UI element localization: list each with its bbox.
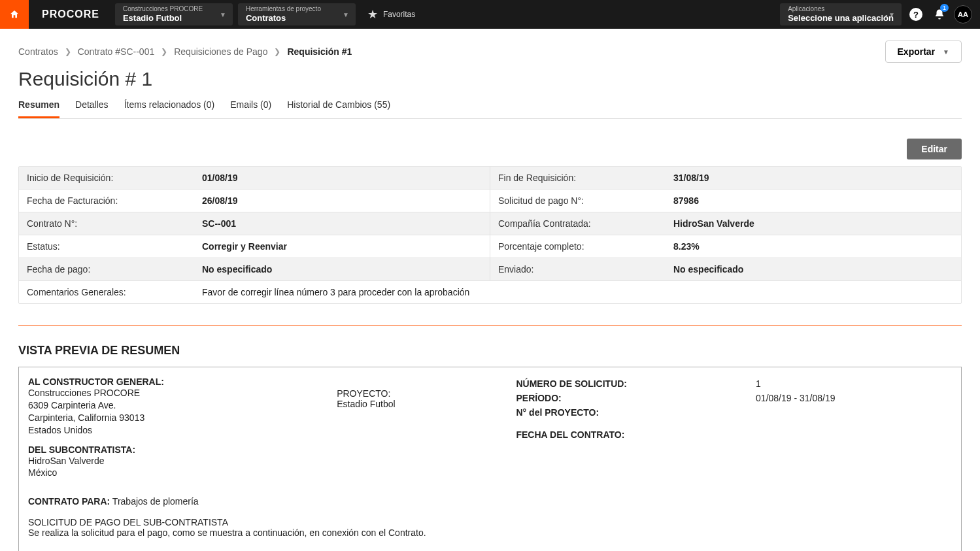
gc-line: Estados Unidos xyxy=(28,424,324,437)
preview-row: N° del PROYECTO: xyxy=(516,405,952,420)
notification-badge: 1 xyxy=(940,4,949,12)
project-label: PROYECTO: xyxy=(337,388,503,399)
avatar[interactable]: AA xyxy=(954,5,972,24)
home-icon xyxy=(9,9,20,20)
contract-for: CONTRATO PARA: Trabajos de plomería xyxy=(28,496,952,507)
field-value: HidroSan Valverde xyxy=(673,218,754,229)
sub-line: México xyxy=(28,467,324,479)
table-row: Fecha de Facturación:26/08/19 Solicitud … xyxy=(19,190,961,212)
tools-selector[interactable]: Herramientas de proyecto Contratos ▼ xyxy=(238,3,356,25)
preview-val: 01/08/19 - 31/08/19 xyxy=(756,393,952,403)
footnote-title: SOLICITUD DE PAGO DEL SUB-CONTRATISTA xyxy=(28,517,952,527)
top-bar: PROCORE Construcciones PROCORE Estadio F… xyxy=(0,0,980,29)
export-label: Exportar xyxy=(898,46,936,57)
table-row: Inicio de Requisición:01/08/19 Fin de Re… xyxy=(19,167,961,190)
field-label: Fecha de pago: xyxy=(27,264,197,275)
field-value: 31/08/19 xyxy=(673,173,709,183)
preview-val: 1 xyxy=(756,378,952,389)
logo: PROCORE xyxy=(29,0,112,29)
sub-line: HidroSan Valverde xyxy=(28,455,324,467)
table-row: Comentarios Generales:Favor de corregir … xyxy=(19,281,961,303)
field-label: Fin de Requisición: xyxy=(498,173,668,183)
apps-value: Seleccione una aplicación xyxy=(788,13,894,24)
field-label: Contrato N°: xyxy=(27,218,197,229)
field-label: Porcentaje completo: xyxy=(498,241,668,252)
field-value: Corregir y Reenviar xyxy=(202,241,287,252)
tab-history[interactable]: Historial de Cambios (55) xyxy=(287,94,390,118)
chevron-down-icon: ▼ xyxy=(220,11,226,18)
field-label: Comentarios Generales: xyxy=(27,287,197,297)
divider xyxy=(18,325,962,326)
gc-line: Construcciones PROCORE xyxy=(28,387,324,399)
preview-heading: VISTA PREVIA DE RESUMEN xyxy=(18,344,962,358)
help-icon: ? xyxy=(909,8,922,21)
table-row: Fecha de pago:No especificado Enviado:No… xyxy=(19,258,961,281)
chevron-down-icon: ▼ xyxy=(343,11,349,18)
breadcrumb-item[interactable]: Requisiciones de Pago xyxy=(174,46,267,57)
edit-button[interactable]: Editar xyxy=(907,139,962,159)
notifications-button[interactable]: 1 xyxy=(928,0,951,29)
gc-label: AL CONSTRUCTOR GENERAL: xyxy=(28,376,324,387)
field-label: Estatus: xyxy=(27,241,197,252)
field-value: SC--001 xyxy=(202,218,236,229)
favorites-label: Favoritas xyxy=(383,10,415,19)
table-row: Estatus:Corregir y Reenviar Porcentaje c… xyxy=(19,235,961,258)
field-label: Fecha de Facturación: xyxy=(27,195,197,206)
tab-detalles[interactable]: Detalles xyxy=(75,94,109,118)
page-title: Requisición # 1 xyxy=(18,68,962,90)
chevron-right-icon: ❯ xyxy=(161,47,167,56)
company-value: Estadio Futbol xyxy=(123,13,225,24)
preview-key: PERÍODO: xyxy=(516,393,756,403)
field-value: 26/08/19 xyxy=(202,195,238,206)
field-value: 01/08/19 xyxy=(202,173,238,183)
field-value: Favor de corregir línea número 3 para pr… xyxy=(202,287,469,297)
tools-value: Contratos xyxy=(246,13,348,24)
preview-key: FECHA DEL CONTRATO: xyxy=(516,429,756,440)
table-row: Contrato N°:SC--001 Compañía Contratada:… xyxy=(19,212,961,235)
star-icon: ★ xyxy=(367,7,378,22)
tab-resumen[interactable]: Resumen xyxy=(18,94,59,118)
home-button[interactable] xyxy=(0,0,29,29)
field-label: Inicio de Requisición: xyxy=(27,173,197,183)
breadcrumb-item[interactable]: Contratos xyxy=(18,46,58,57)
preview-key: N° del PROYECTO: xyxy=(516,407,756,418)
tools-label: Herramientas de proyecto xyxy=(246,5,348,13)
field-value: 87986 xyxy=(673,195,699,206)
contract-for-value: Trabajos de plomería xyxy=(112,496,199,507)
tab-items[interactable]: Ítems relacionados (0) xyxy=(124,94,215,118)
preview-box: AL CONSTRUCTOR GENERAL: Construcciones P… xyxy=(18,367,962,551)
tabs: Resumen Detalles Ítems relacionados (0) … xyxy=(18,94,962,119)
breadcrumb-current: Requisición #1 xyxy=(287,46,352,57)
company-selector[interactable]: Construcciones PROCORE Estadio Futbol ▼ xyxy=(115,3,233,25)
field-value: 8.23% xyxy=(673,241,700,252)
field-label: Compañía Contratada: xyxy=(498,218,668,229)
footnote-text: Se realiza la solicitud para el pago, co… xyxy=(28,527,952,538)
preview-val xyxy=(756,429,952,440)
company-label: Construcciones PROCORE xyxy=(123,5,225,13)
chevron-right-icon: ❯ xyxy=(274,47,280,56)
export-button[interactable]: Exportar ▼ xyxy=(885,41,962,63)
preview-key: NÚMERO DE SOLICITUD: xyxy=(516,378,756,389)
tab-emails[interactable]: Emails (0) xyxy=(230,94,271,118)
help-button[interactable]: ? xyxy=(904,0,928,29)
project-value: Estadio Futbol xyxy=(337,399,503,409)
contract-for-label: CONTRATO PARA: xyxy=(28,496,110,507)
breadcrumb-item[interactable]: Contrato #SC--001 xyxy=(78,46,155,57)
chevron-right-icon: ❯ xyxy=(65,47,71,56)
field-label: Enviado: xyxy=(498,264,668,275)
apps-selector[interactable]: Aplicaciones Seleccione una aplicación ▼ xyxy=(780,3,902,25)
chevron-down-icon: ▼ xyxy=(888,11,895,18)
summary-table: Inicio de Requisición:01/08/19 Fin de Re… xyxy=(18,166,962,304)
preview-row: NÚMERO DE SOLICITUD:1 xyxy=(516,376,952,391)
preview-val xyxy=(756,407,952,418)
breadcrumb: Contratos ❯ Contrato #SC--001 ❯ Requisic… xyxy=(18,46,352,57)
gc-line: Carpinteria, California 93013 xyxy=(28,412,324,424)
chevron-down-icon: ▼ xyxy=(943,48,949,56)
gc-line: 6309 Carpinteria Ave. xyxy=(28,399,324,412)
field-value: No especificado xyxy=(673,264,743,275)
preview-row: FECHA DEL CONTRATO: xyxy=(516,427,952,442)
apps-label: Aplicaciones xyxy=(788,5,894,13)
preview-row: PERÍODO:01/08/19 - 31/08/19 xyxy=(516,391,952,405)
field-label: Solicitud de pago N°: xyxy=(498,195,668,206)
favorites-link[interactable]: ★ Favoritas xyxy=(358,0,424,29)
